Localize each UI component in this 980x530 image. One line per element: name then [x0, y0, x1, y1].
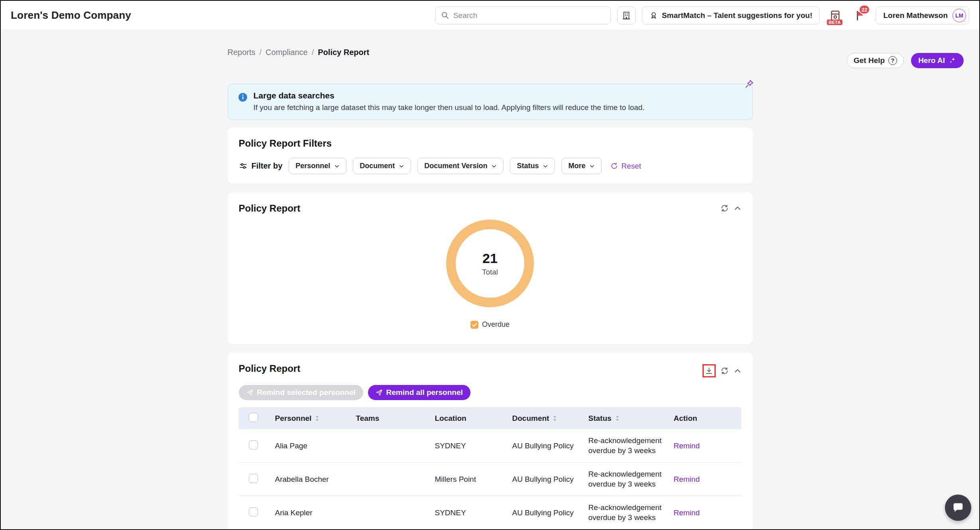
breadcrumb-compliance[interactable]: Compliance — [266, 48, 308, 57]
breadcrumb-separator: / — [260, 48, 262, 57]
reset-label: Reset — [621, 162, 641, 171]
header-checkbox-cell — [239, 413, 270, 424]
column-label: Personnel — [275, 414, 312, 422]
breadcrumb-separator: / — [312, 48, 314, 57]
row-checkbox-cell — [239, 474, 270, 485]
banner-title: Large data searches — [254, 91, 645, 100]
column-header-location: Location — [430, 414, 507, 423]
chart-card-icons — [720, 204, 742, 212]
donut-center: 21 Total — [442, 216, 538, 311]
row-checkbox-cell — [239, 507, 270, 518]
column-header-status[interactable]: Status — [583, 414, 669, 423]
chat-launcher-button[interactable] — [945, 495, 971, 521]
chevron-down-icon — [334, 163, 340, 169]
select-all-checkbox[interactable] — [249, 413, 258, 422]
cell-location: SYDNEY — [430, 442, 507, 450]
column-header-teams: Teams — [351, 414, 430, 423]
cell-status: Re-acknowledgement overdue by 3 weeks — [583, 436, 669, 455]
main-area: Get Help ? Hero AI Reports / Compliance … — [1, 46, 979, 530]
policy-report-filters-card: Policy Report Filters Filter by Personne… — [228, 128, 753, 184]
company-name: Loren's Demo Company — [11, 9, 131, 22]
remind-link[interactable]: Remind — [674, 475, 700, 483]
remind-buttons-row: Remind selected personnel Remind all per… — [239, 385, 742, 400]
refresh-icon[interactable] — [720, 367, 729, 375]
breadcrumb-policy-report: Policy Report — [318, 48, 369, 57]
legend-overdue-swatch — [470, 321, 478, 329]
send-icon — [376, 389, 383, 396]
remind-all-personnel-button[interactable]: Remind all personnel — [368, 385, 470, 400]
user-menu[interactable]: Loren Mathewson LM — [876, 6, 969, 24]
sort-icon[interactable] — [315, 415, 319, 422]
table-header-row: Personnel Teams Location Document Status — [239, 407, 742, 429]
smartmatch-label: SmartMatch – Talent suggestions for you! — [662, 11, 813, 20]
filter-dropdown-personnel[interactable]: Personnel — [289, 158, 346, 174]
sort-icon[interactable] — [553, 415, 557, 422]
chat-bubble-icon — [952, 501, 964, 514]
row-checkbox[interactable] — [249, 474, 258, 483]
banner-text: Large data searches If you are fetching … — [254, 91, 645, 113]
table-row: Arabella Bocher Millers Point AU Bullyin… — [239, 463, 742, 496]
cell-document: AU Bullying Policy — [507, 508, 583, 517]
dropdown-label: More — [568, 162, 585, 170]
search-input[interactable] — [435, 6, 611, 24]
remind-link[interactable]: Remind — [674, 442, 700, 450]
row-checkbox[interactable] — [249, 507, 258, 516]
filters-card-title: Policy Report Filters — [239, 138, 742, 149]
cell-personnel: Arabella Bocher — [270, 475, 351, 484]
annotation-highlight — [703, 364, 716, 377]
column-header-document[interactable]: Document — [507, 414, 583, 423]
beta-badge: BETA — [827, 20, 842, 25]
filter-sliders-icon — [239, 162, 248, 171]
avatar: LM — [952, 9, 966, 22]
row-checkbox-cell — [239, 440, 270, 451]
row-checkbox[interactable] — [249, 440, 258, 450]
column-header-personnel[interactable]: Personnel — [270, 414, 351, 423]
pin-icon[interactable] — [744, 79, 754, 89]
chevron-down-icon — [399, 163, 404, 169]
filter-dropdown-more[interactable]: More — [561, 158, 602, 174]
hero-ai-button[interactable]: Hero AI — [911, 53, 964, 68]
beta-feature-button[interactable]: BETA — [826, 6, 844, 24]
question-mark-icon: ? — [888, 56, 897, 65]
building-icon — [622, 11, 631, 20]
download-icon[interactable] — [705, 367, 713, 375]
top-bar: Loren's Demo Company SmartMatch – Talent… — [1, 1, 979, 30]
header-actions: Get Help ? Hero AI — [847, 53, 964, 68]
chart-legend[interactable]: Overdue — [470, 320, 510, 329]
reset-filters-button[interactable]: Reset — [610, 162, 641, 171]
table-row: Aria Kepler SYDNEY AU Bullying Policy Re… — [239, 496, 742, 530]
collapse-chevron-up-icon[interactable] — [734, 367, 742, 375]
announcements-button[interactable]: 22 — [851, 6, 869, 24]
policy-report-table-card: Policy Report — [228, 353, 753, 530]
remind-selected-label: Remind selected personnel — [257, 388, 356, 397]
dropdown-label: Status — [517, 162, 539, 170]
filter-by-group: Filter by — [239, 161, 283, 171]
global-search — [435, 6, 611, 24]
cell-personnel: Alia Page — [270, 442, 351, 450]
filter-dropdown-document[interactable]: Document — [353, 158, 411, 174]
policy-report-chart-card: Policy Report 21 T — [228, 192, 753, 344]
breadcrumb-reports[interactable]: Reports — [228, 48, 256, 57]
filter-dropdown-document-version[interactable]: Document Version — [417, 158, 504, 174]
cell-status: Re-acknowledgement overdue by 3 weeks — [583, 503, 669, 522]
column-label: Document — [512, 414, 549, 422]
content-column: Reports / Compliance / Policy Report Lar… — [228, 46, 753, 530]
remind-link[interactable]: Remind — [674, 508, 700, 517]
get-help-label: Get Help — [854, 56, 885, 65]
collapse-chevron-up-icon[interactable] — [734, 204, 742, 212]
hero-ai-label: Hero AI — [918, 56, 945, 65]
breadcrumb: Reports / Compliance / Policy Report — [228, 46, 753, 58]
refresh-icon[interactable] — [720, 204, 729, 212]
get-help-button[interactable]: Get Help ? — [847, 53, 904, 68]
filter-dropdown-status[interactable]: Status — [510, 158, 555, 174]
remind-selected-personnel-button[interactable]: Remind selected personnel — [239, 385, 363, 400]
sort-icon[interactable] — [615, 415, 620, 422]
reset-icon — [610, 162, 618, 170]
sparkles-icon — [949, 57, 956, 65]
company-building-button[interactable] — [617, 6, 636, 24]
table-card-icons — [703, 364, 742, 377]
column-label: Action — [674, 414, 697, 422]
donut-zone: 21 Total Overdue — [239, 214, 742, 329]
smartmatch-button[interactable]: SmartMatch – Talent suggestions for you! — [642, 6, 820, 24]
search-icon — [441, 11, 449, 20]
